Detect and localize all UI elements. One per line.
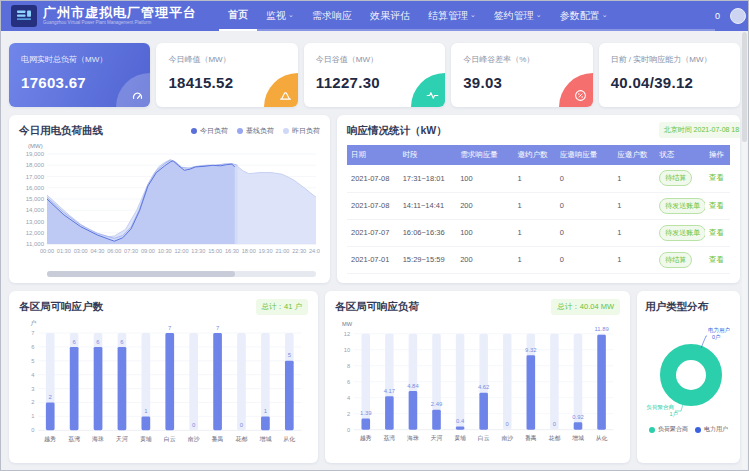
page-scrollbar[interactable]	[742, 32, 747, 469]
svg-text:4: 4	[31, 372, 35, 378]
user-type-card: 用户类型分布 电力用户0户负荷聚合商1户 负荷聚合商电力用户	[637, 291, 740, 463]
load-curve-chart: 11,00012,00013,00014,00015,00016,00017,0…	[19, 141, 320, 269]
app-subtitle: Guangzhou Virtual Power Plant Management…	[43, 21, 197, 26]
table-cell: 1	[613, 165, 655, 192]
table-cell: 200	[456, 192, 513, 219]
cell-action: 查看	[705, 192, 730, 219]
nav-item-settlement[interactable]: 结算管理⌄	[419, 1, 485, 31]
avatar[interactable]	[730, 8, 746, 24]
col-action: 操作	[705, 145, 730, 165]
legend-item[interactable]: 负荷聚合商	[649, 425, 688, 434]
legend-dot-icon	[191, 128, 197, 134]
view-link[interactable]: 查看	[709, 255, 724, 264]
svg-text:(MW): (MW)	[28, 143, 43, 149]
datazoom-range[interactable]	[47, 271, 235, 277]
status-badge: 待发送账单	[659, 198, 705, 214]
svg-text:15,000: 15,000	[26, 196, 45, 202]
nav-item-effect-evaluation[interactable]: 效果评估	[361, 1, 419, 31]
table-cell: 16:06~16:36	[399, 219, 456, 246]
district-users-card: 各区局可响应户数 总计：41 户 01234567户2越秀6荔湾6海珠6天河1黄…	[9, 291, 318, 463]
svg-text:白云: 白云	[478, 435, 490, 442]
svg-text:4: 4	[347, 395, 350, 401]
view-link[interactable]: 查看	[709, 201, 724, 210]
table-cell: 2021-07-07	[347, 219, 399, 246]
table-cell: 1	[514, 246, 556, 273]
svg-text:04:30: 04:30	[90, 248, 104, 254]
svg-text:0户: 0户	[712, 334, 721, 340]
header-right: 0	[715, 8, 746, 24]
table-cell: 0	[556, 246, 613, 273]
view-link[interactable]: 查看	[709, 228, 724, 237]
beijing-time-badge: 北京时间 2021-07-08 18:1	[659, 122, 740, 138]
legend-item[interactable]: 昨日负荷	[283, 126, 320, 136]
kpi-card-today-peak: 今日峰值（MW） 18415.52	[156, 43, 297, 107]
svg-text:2: 2	[31, 399, 34, 405]
app-title-block: 广州市虚拟电厂管理平台 Guangzhou Virtual Power Plan…	[43, 6, 197, 25]
svg-text:11,000: 11,000	[26, 241, 45, 247]
table-cell: 200	[456, 246, 513, 273]
nav-item-home[interactable]: 首页	[219, 1, 257, 31]
status-badge: 待结算	[659, 170, 692, 186]
nav-item-monitor[interactable]: 监视⌄	[257, 1, 303, 31]
svg-text:14,000: 14,000	[26, 207, 45, 213]
table-cell: 1	[514, 192, 556, 219]
svg-text:15:00: 15:00	[208, 248, 222, 254]
svg-text:10: 10	[344, 347, 350, 353]
svg-text:13:30: 13:30	[191, 248, 205, 254]
col-status: 状态	[655, 145, 705, 165]
col-accepted-users: 应邀户数	[613, 145, 655, 165]
svg-text:0: 0	[31, 427, 34, 433]
status-badge: 待结算	[659, 252, 692, 268]
svg-text:5: 5	[31, 358, 34, 364]
table-cell: 17:31~18:01	[399, 165, 456, 192]
main-nav: 首页 监视⌄ 需求响应 效果评估 结算管理⌄ 签约管理⌄ 参数配置⌄	[219, 1, 715, 31]
svg-text:番禺: 番禺	[525, 434, 537, 442]
chart-datazoom-slider[interactable]	[47, 271, 316, 277]
app-title: 广州市虚拟电厂管理平台	[43, 6, 197, 20]
legend-dot-icon	[237, 128, 243, 134]
svg-text:0.4: 0.4	[456, 418, 465, 424]
table-cell: 15:29~15:59	[399, 246, 456, 273]
svg-text:12,000: 12,000	[26, 230, 45, 236]
nav-item-contract[interactable]: 签约管理⌄	[485, 1, 551, 31]
svg-text:13,000: 13,000	[26, 219, 45, 225]
view-link[interactable]: 查看	[709, 173, 724, 182]
kpi-row: 电网实时总负荷（MW） 17603.67 今日峰值（MW） 18415.52 今…	[1, 31, 748, 107]
status-badge: 待发送账单	[659, 225, 705, 241]
svg-text:8: 8	[347, 363, 350, 369]
svg-text:天河: 天河	[431, 434, 443, 442]
notification-count[interactable]: 0	[715, 11, 720, 21]
legend-item[interactable]: 今日负荷	[191, 126, 228, 136]
svg-text:从化: 从化	[596, 435, 608, 442]
svg-text:花都: 花都	[549, 435, 561, 442]
svg-text:黄埔: 黄埔	[140, 436, 152, 442]
legend-item[interactable]: 基线负荷	[237, 126, 274, 136]
kpi-value: 40.04/39.12	[611, 74, 728, 91]
legend-item[interactable]: 电力用户	[695, 425, 728, 434]
nav-item-parameters[interactable]: 参数配置⌄	[551, 1, 617, 31]
svg-text:海珠: 海珠	[407, 435, 419, 442]
svg-text:10:30: 10:30	[158, 248, 172, 254]
svg-text:荔湾: 荔湾	[383, 435, 395, 442]
svg-text:9.32: 9.32	[525, 347, 536, 353]
svg-text:19:30: 19:30	[259, 248, 273, 254]
cell-status: 待发送账单	[655, 192, 705, 219]
table-cell: 1	[613, 192, 655, 219]
svg-text:09:00: 09:00	[141, 248, 155, 254]
nav-item-demand-response[interactable]: 需求响应	[303, 1, 361, 31]
scrollbar-thumb[interactable]	[742, 32, 747, 142]
kpi-card-response-capacity: 日前 / 实时响应能力（MW） 40.04/39.12	[599, 43, 740, 107]
district-users-total-badge: 总计：41 户	[256, 299, 308, 315]
svg-text:花都: 花都	[236, 435, 248, 443]
svg-text:06:00: 06:00	[107, 248, 121, 254]
table-row: 2021-07-0716:06~16:36100101待发送账单查看	[347, 219, 730, 246]
col-invited-users: 邀约户数	[514, 145, 556, 165]
svg-text:增城: 增城	[259, 436, 271, 443]
svg-text:MW: MW	[342, 321, 353, 327]
chevron-down-icon: ⌄	[536, 11, 542, 19]
svg-text:海珠: 海珠	[92, 436, 104, 443]
bottom-row: 各区局可响应户数 总计：41 户 01234567户2越秀6荔湾6海珠6天河1黄…	[1, 283, 748, 463]
table-cell: 0	[556, 219, 613, 246]
kpi-card-today-valley: 今日谷值（MW） 11227.30	[304, 43, 445, 107]
table-row: 2021-07-0814:11~14:41200101待发送账单查看	[347, 192, 730, 219]
